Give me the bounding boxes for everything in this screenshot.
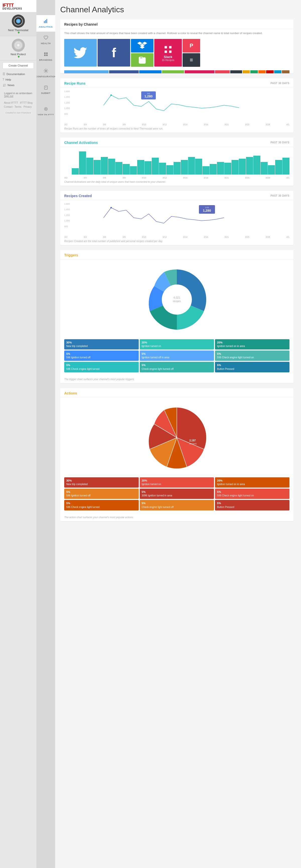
sidebar-actions: Create Channel ☰ Documentation ? Help 📰 …	[0, 60, 36, 90]
triggers-header: Triggers	[60, 250, 294, 259]
recipes-created-svg: 1/25 1,280	[72, 203, 286, 228]
bar	[86, 158, 93, 175]
channel-activations-title: Channel Activations	[64, 141, 98, 145]
channel-slack[interactable]: Slack 16 Recipes	[154, 39, 182, 66]
svg-rect-3	[44, 53, 46, 54]
footer-about[interactable]: About IFTTT	[4, 101, 18, 104]
action-legend-8: 5% Button Pressed	[215, 500, 290, 510]
actions-pie-chart: 2,197 recipes	[142, 402, 212, 473]
footer-terms[interactable]: Terms	[14, 105, 21, 108]
svg-point-7	[45, 70, 47, 71]
svg-text:1/25: 1/25	[205, 207, 209, 209]
recipe-runs-footer: Recipe Runs are the number of times all …	[60, 126, 294, 132]
news-label: News	[7, 84, 14, 87]
trigger-legend-0: 30% New trip completed	[64, 339, 139, 349]
svg-marker-14	[140, 46, 145, 49]
svg-text:recipes: recipes	[173, 300, 181, 303]
action-legend-0: 30% New trip completed	[64, 477, 139, 488]
device-thermostat[interactable]: Nest Thermostat	[0, 12, 36, 36]
bar	[261, 162, 268, 175]
channel-dropbox[interactable]	[131, 39, 154, 53]
channel-buffer[interactable]: ≡	[182, 53, 200, 67]
bar	[108, 159, 115, 175]
actions-card: Actions 2,197	[60, 388, 294, 521]
triggers-pie-container: 4,021 recipes	[60, 259, 294, 337]
triggers-pie-chart: 4,021 recipes	[142, 265, 212, 335]
doc-icon: ☰	[2, 72, 5, 76]
sidebar-link-news[interactable]: 📰 News	[2, 82, 34, 88]
recipe-runs-header: Recipe Runs PAST 30 DAYS	[60, 78, 294, 88]
bar	[166, 165, 173, 175]
nav-item-submit[interactable]: SUBMIT	[36, 81, 55, 98]
action-legend-3: 5% 596 Ignition turned off	[64, 489, 139, 499]
bar	[188, 157, 195, 175]
actions-legend: 30% New trip completed 20% Ignition turn…	[60, 475, 294, 515]
device-thermostat-label: Nest Thermostat	[8, 29, 28, 32]
footer-contact[interactable]: Contact	[4, 105, 12, 108]
submit-icon	[43, 85, 48, 91]
protect-status-dot	[18, 56, 20, 58]
protect-icon	[12, 39, 25, 52]
nav-item-analytics[interactable]: ANALYTICS	[36, 15, 55, 32]
sign-out-link[interactable]: Sign out	[4, 95, 13, 97]
triggers-title: Triggers	[64, 253, 78, 257]
recipes-by-channel-title: Recipes by Channel	[64, 22, 98, 26]
nav-item-view-on-ifttt[interactable]: VIEW ON IFTTT	[36, 103, 55, 119]
sidebar-link-help[interactable]: ? Help	[2, 77, 34, 82]
recipe-runs-chart: 1,6001,4001,2001,000800 3/3 1,280	[60, 88, 294, 123]
sidebar: IFTTTDEVELOPERS Nest Thermostat Nest Pro…	[0, 0, 36, 868]
action-legend-4: 5% 3096 Ignition turned in area	[140, 489, 214, 499]
trigger-legend-2: 20% Ignition turned on in area	[215, 339, 290, 349]
channel-twitter[interactable]	[64, 39, 97, 66]
triggers-footer: The trigger chart surfaces your channel'…	[60, 376, 294, 383]
bar	[224, 163, 231, 175]
footer-blog[interactable]: IFTTT Blog	[20, 101, 33, 104]
trigger-legend-8: 5% Button Pressed	[215, 362, 290, 372]
recipe-runs-svg: 3/3 1,280	[72, 90, 286, 115]
svg-rect-1	[45, 20, 46, 23]
create-channel-button[interactable]: Create Channel	[2, 62, 34, 69]
bar	[130, 166, 137, 175]
analytics-icon	[43, 19, 48, 25]
branding-icon	[43, 52, 48, 58]
bar	[217, 162, 224, 175]
page-title: Channel Analytics	[60, 5, 294, 14]
svg-point-10	[45, 108, 46, 110]
svg-point-19	[110, 94, 112, 96]
recipes-created-x-labels: 3/23/43/63/93/10 3/123/143/163/213/253/2…	[60, 235, 294, 238]
bar	[253, 156, 260, 175]
recipes-by-channel-desc: This chart shows the total amount of rec…	[60, 29, 294, 36]
trigger-legend-5: 5% 596 Check engine light turned on	[215, 350, 290, 361]
nav-item-health[interactable]: HEALTH	[36, 32, 55, 48]
trigger-legend-6: 5% 596 Check engine light turned	[64, 362, 139, 372]
nav-item-branding[interactable]: BRANDING	[36, 48, 55, 65]
trigger-legend-3: 5% 596 Ignition turned off	[64, 350, 139, 361]
recipe-runs-card: Recipe Runs PAST 30 DAYS 1,6001,4001,200…	[60, 78, 294, 132]
svg-point-27	[162, 284, 192, 315]
channel-evernote[interactable]	[131, 53, 154, 67]
triggers-card: Triggers 4,021 recipes	[60, 250, 294, 383]
svg-rect-2	[46, 19, 47, 23]
bar	[101, 157, 108, 175]
ifttt-logo: IFTTTDEVELOPERS	[2, 3, 22, 10]
branding-label: BRANDING	[39, 59, 53, 61]
footer-privacy[interactable]: Privacy	[24, 105, 32, 108]
actions-title: Actions	[64, 391, 77, 395]
channel-facebook[interactable]: f	[98, 39, 130, 66]
color-strip	[64, 70, 290, 73]
bar	[282, 158, 290, 175]
logo-subtitle: DEVELOPERS	[2, 7, 22, 10]
svg-rect-6	[46, 55, 48, 56]
action-legend-5: 5% 596 Check engine light turned on	[215, 489, 290, 499]
nav-item-configuration[interactable]: CONFIGURATION	[36, 65, 55, 81]
bar	[174, 162, 180, 175]
svg-text:4,021: 4,021	[173, 296, 180, 299]
health-icon	[43, 35, 48, 41]
sidebar-link-documentation[interactable]: ☰ Documentation	[2, 71, 34, 77]
channel-pocket[interactable]: P	[182, 39, 200, 53]
device-protect[interactable]: Nest Protect	[0, 36, 36, 60]
trigger-legend-1: 20% Ignition turned on	[140, 339, 214, 349]
svg-rect-15	[165, 46, 167, 49]
submit-label: SUBMIT	[41, 92, 51, 94]
health-label: HEALTH	[41, 42, 51, 45]
